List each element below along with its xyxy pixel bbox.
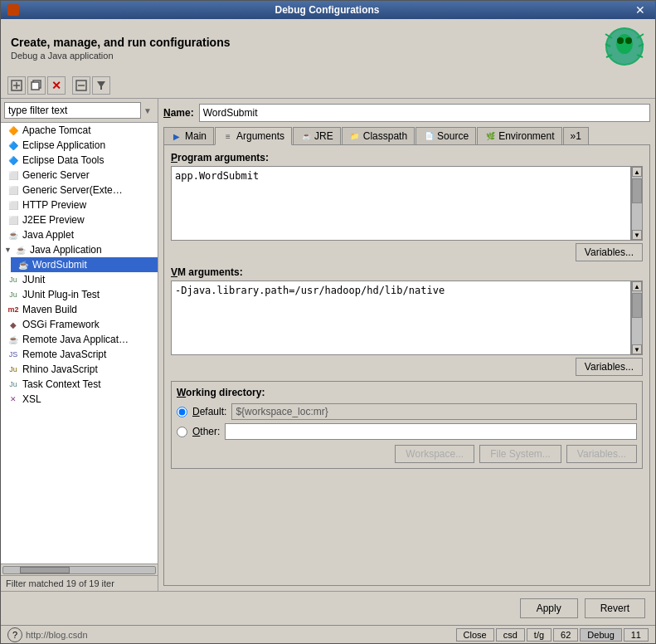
default-dir-input bbox=[231, 403, 637, 420]
filter-button[interactable] bbox=[92, 76, 110, 95]
tab-environment[interactable]: 🌿 Environment bbox=[477, 127, 561, 144]
vm-v-scroll-thumb bbox=[632, 293, 642, 318]
tree-item-eclipse-data[interactable]: 🔷 Eclipse Data Tools bbox=[1, 153, 158, 168]
arguments-tab-icon: ≡ bbox=[222, 130, 234, 142]
name-input[interactable] bbox=[199, 104, 650, 122]
tree-item-rhino-js[interactable]: Ju Rhino JavaScript bbox=[1, 362, 158, 377]
tree-item-generic-server[interactable]: ⬜ Generic Server bbox=[1, 168, 158, 183]
working-dir-label: Working directory: bbox=[177, 387, 637, 398]
generic-server-ext-icon: ⬜ bbox=[7, 184, 19, 196]
window-icon bbox=[7, 4, 19, 16]
tree-item-label: Maven Build bbox=[22, 304, 77, 315]
bottom-bar: Apply Revert bbox=[1, 591, 655, 625]
tree-item-label: Generic Server(Exte… bbox=[22, 184, 123, 196]
status-text2: t/g bbox=[527, 628, 552, 642]
workspace-button[interactable]: Workspace... bbox=[395, 445, 474, 463]
collapse-all-button[interactable] bbox=[72, 76, 90, 95]
page-subtitle: Debug a Java application bbox=[11, 51, 231, 61]
program-args-input[interactable]: app.WordSubmit bbox=[171, 166, 631, 241]
tab-main-label: Main bbox=[185, 130, 207, 142]
tree-item-xsl[interactable]: ✕ XSL bbox=[1, 392, 158, 407]
tab-more[interactable]: »1 bbox=[563, 127, 589, 144]
svg-rect-14 bbox=[32, 82, 39, 90]
tree-item-junit[interactable]: Ju JUnit bbox=[1, 272, 158, 287]
debug-button[interactable]: Debug bbox=[580, 628, 621, 642]
close-button[interactable]: Close bbox=[456, 628, 494, 642]
page-title: Create, manage, and run configurations bbox=[11, 36, 231, 49]
program-args-group: Program arguments: app.WordSubmit ▲ ▼ bbox=[171, 152, 643, 261]
source-tab-icon: 📄 bbox=[423, 130, 435, 142]
tree-item-remote-js[interactable]: JS Remote JavaScript bbox=[1, 347, 158, 362]
tree-group-java-application[interactable]: ▼ ☕ Java Application bbox=[1, 242, 158, 257]
tree-item-label: Task Context Test bbox=[22, 378, 101, 390]
expand-arrow-java: ▼ bbox=[4, 246, 12, 254]
tree-item-junit-plugin[interactable]: Ju JUnit Plug-in Test bbox=[1, 287, 158, 302]
tab-jre[interactable]: ☕ JRE bbox=[293, 127, 341, 144]
tree-item-remote-java[interactable]: ☕ Remote Java Applicat… bbox=[1, 332, 158, 347]
default-radio[interactable] bbox=[177, 407, 187, 417]
apply-button[interactable]: Apply bbox=[520, 598, 578, 618]
tree-item-label: Apache Tomcat bbox=[22, 124, 91, 136]
v-scroll-up[interactable]: ▲ bbox=[632, 167, 642, 177]
v-scroll-down[interactable]: ▼ bbox=[632, 230, 642, 240]
java-app-icon: ☕ bbox=[15, 244, 27, 256]
tree-item-java-applet[interactable]: ☕ Java Applet bbox=[1, 227, 158, 242]
environment-tab-icon: 🌿 bbox=[484, 130, 496, 142]
j2ee-preview-icon: ⬜ bbox=[7, 214, 19, 226]
help-button[interactable]: ? bbox=[7, 627, 22, 642]
tree-item-maven[interactable]: m2 Maven Build bbox=[1, 302, 158, 317]
v-scroll-thumb bbox=[632, 178, 642, 203]
tree-item-label: Remote Java Applicat… bbox=[22, 334, 129, 345]
tree-item-wordsubmit[interactable]: ☕ WordSubmit bbox=[11, 257, 158, 272]
program-args-container: app.WordSubmit ▲ ▼ bbox=[171, 166, 643, 241]
wd-variables-button[interactable]: Variables... bbox=[566, 445, 637, 463]
tree-item-apache-tomcat[interactable]: 🔶 Apache Tomcat bbox=[1, 123, 158, 138]
other-radio[interactable] bbox=[177, 427, 187, 437]
new-config-button[interactable] bbox=[7, 76, 26, 95]
toolbar: ✕ bbox=[1, 73, 655, 99]
right-panel: Name: ▶ Main ≡ Arguments ☕ bbox=[158, 99, 655, 591]
tab-classpath[interactable]: 📁 Classpath bbox=[342, 127, 415, 144]
close-window-button[interactable]: ✕ bbox=[632, 3, 649, 17]
java-applet-icon: ☕ bbox=[7, 229, 19, 241]
delete-config-button[interactable]: ✕ bbox=[47, 76, 66, 95]
h-scrollbar[interactable] bbox=[2, 566, 156, 574]
tree-item-label: Eclipse Application bbox=[22, 139, 105, 151]
tree-item-j2ee-preview[interactable]: ⬜ J2EE Preview bbox=[1, 212, 158, 227]
classpath-tab-icon: 📁 bbox=[349, 130, 361, 142]
vm-args-container: -Djava.library.path=/usr/hadoop/hd/lib/n… bbox=[171, 281, 643, 355]
junit-plugin-icon: Ju bbox=[7, 289, 19, 300]
tab-arguments-label: Arguments bbox=[236, 130, 284, 142]
tree-item-task-context[interactable]: Ju Task Context Test bbox=[1, 377, 158, 392]
tab-source[interactable]: 📄 Source bbox=[415, 127, 476, 144]
status-bar: ? http://blog.csdn Close csd t/g 62 Debu… bbox=[1, 625, 655, 643]
program-args-variables-button[interactable]: Variables... bbox=[576, 243, 643, 261]
header-left: Create, manage, and run configurations D… bbox=[11, 36, 231, 61]
duplicate-config-button[interactable] bbox=[27, 76, 46, 95]
remote-java-icon: ☕ bbox=[7, 334, 19, 345]
http-preview-icon: ⬜ bbox=[7, 199, 19, 211]
filter-input[interactable] bbox=[4, 102, 141, 119]
tree-item-label: Eclipse Data Tools bbox=[22, 154, 104, 166]
vm-v-scroll-up[interactable]: ▲ bbox=[632, 281, 642, 291]
bug-logo bbox=[604, 26, 645, 70]
revert-button[interactable]: Revert bbox=[585, 598, 645, 618]
vm-args-input[interactable]: -Djava.library.path=/usr/hadoop/hd/lib/n… bbox=[171, 281, 631, 355]
vm-args-variables-button[interactable]: Variables... bbox=[576, 358, 643, 376]
vm-v-scroll-down[interactable]: ▼ bbox=[632, 344, 642, 354]
tree-item-http-preview[interactable]: ⬜ HTTP Preview bbox=[1, 198, 158, 212]
other-dir-input[interactable] bbox=[225, 423, 637, 440]
tab-more-label: »1 bbox=[571, 130, 581, 142]
filter-clear-button[interactable]: ▼ bbox=[141, 104, 154, 117]
tree-item-generic-server-ext[interactable]: ⬜ Generic Server(Exte… bbox=[1, 183, 158, 198]
tab-main[interactable]: ▶ Main bbox=[163, 127, 214, 144]
other-radio-label: Other: bbox=[192, 426, 220, 437]
tree-item-osgi[interactable]: ◆ OSGi Framework bbox=[1, 317, 158, 332]
maven-icon: m2 bbox=[7, 304, 19, 315]
tab-arguments[interactable]: ≡ Arguments bbox=[215, 127, 292, 145]
junit-icon: Ju bbox=[7, 274, 19, 285]
tabs-bar: ▶ Main ≡ Arguments ☕ JRE 📁 Classpath bbox=[163, 127, 650, 145]
filesystem-button[interactable]: File System... bbox=[479, 445, 561, 463]
eclipse-data-icon: 🔷 bbox=[7, 154, 19, 166]
tree-item-eclipse-app[interactable]: 🔷 Eclipse Application bbox=[1, 138, 158, 153]
